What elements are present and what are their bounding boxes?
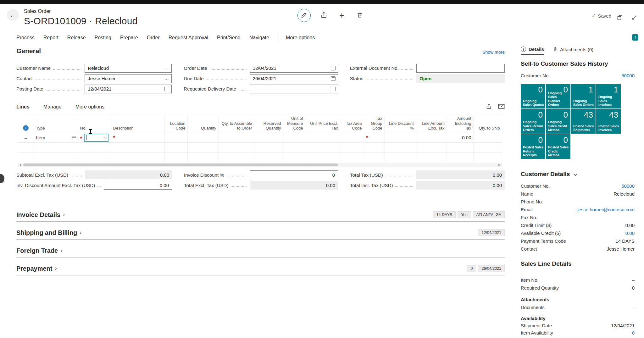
col-header-description[interactable]: Description: [111, 115, 164, 133]
tile-ongoing-sales-invoices[interactable]: 1Ongoing Sales Invoices: [596, 84, 621, 108]
calendar-icon[interactable]: [331, 66, 336, 70]
customer-name-input[interactable]: Relecloud …: [85, 64, 172, 73]
menu-item-request-approval[interactable]: Request Approval: [169, 35, 208, 41]
col-header-quantity[interactable]: Quantity: [187, 115, 218, 133]
tile-posted-sales-credit-memos[interactable]: 0Posted Sales Credit Memos: [546, 134, 570, 159]
line-cell[interactable]: [384, 133, 416, 142]
order-date-input[interactable]: 12/04/2021: [250, 64, 338, 73]
line-type-value[interactable]: Item: [36, 135, 45, 140]
tab-attachments[interactable]: Attachments (0): [553, 47, 593, 55]
col-header-tax-area-code[interactable]: Tax Area Code: [340, 115, 364, 133]
posting-date-input[interactable]: 12/04/2021: [85, 85, 172, 93]
tile-posted-sales-invoices[interactable]: 43Posted Sales Invoices: [596, 109, 621, 134]
show-more-link[interactable]: Show more: [482, 50, 505, 55]
field-value[interactable]: jesse.homer@contoso.com: [577, 207, 635, 212]
edit-button[interactable]: [297, 9, 311, 22]
menu-item-report[interactable]: Report: [43, 35, 58, 41]
line-cell[interactable]: *: [78, 133, 111, 142]
resize-icon[interactable]: [630, 13, 639, 22]
share-button[interactable]: [319, 11, 329, 20]
field-value[interactable]: 50000: [621, 183, 635, 189]
type-list-icon[interactable]: [72, 136, 76, 139]
line-cell[interactable]: [473, 133, 502, 142]
invoice-discount-pct-input[interactable]: 0: [250, 170, 338, 179]
line-cell[interactable]: [283, 133, 305, 142]
assist-edit-icon[interactable]: …: [164, 65, 169, 70]
line-cell[interactable]: [305, 133, 340, 142]
scroll-left-icon[interactable]: ◀: [18, 163, 23, 166]
tile-ongoing-sales-orders[interactable]: 1Ongoing Sales Orders: [571, 84, 596, 108]
col-header-reserved-quantity[interactable]: Reserved Quantity: [254, 115, 283, 133]
back-button[interactable]: ←: [7, 9, 19, 21]
col-header-qty-to-assemble-to-order[interactable]: Qty. to Assemble to Order: [218, 115, 254, 133]
line-cell[interactable]: Item: [34, 133, 78, 142]
scroll-right-icon[interactable]: ▶: [497, 163, 502, 166]
delete-button[interactable]: [355, 11, 364, 20]
requested-delivery-date-input[interactable]: [250, 85, 338, 93]
fasttab-prepayment[interactable]: Prepayment›026/04/2021: [16, 265, 505, 275]
tile-posted-sales-shipments[interactable]: 43Posted Sales Shipments: [571, 109, 596, 134]
menu-item-posting[interactable]: Posting: [95, 35, 111, 41]
chevron-down-icon[interactable]: [103, 136, 107, 139]
menu-item-navigate[interactable]: Navigate: [249, 35, 269, 41]
customer-no-link[interactable]: 50000: [621, 73, 635, 78]
inv-discount-amount-input[interactable]: 0.00: [104, 181, 172, 190]
fasttab-foreign-trade[interactable]: Foreign Trade›: [16, 247, 505, 258]
line-cell[interactable]: [416, 133, 447, 142]
col-header-location-code[interactable]: Location Code: [164, 115, 187, 133]
calendar-icon[interactable]: [164, 87, 169, 91]
sales-line-details-header[interactable]: Sales Line Details: [521, 260, 635, 267]
field-value[interactable]: –: [632, 305, 635, 310]
tab-lines[interactable]: Lines: [16, 104, 30, 110]
col-header-type[interactable]: Type: [34, 115, 78, 133]
tab-details[interactable]: i Details: [521, 47, 544, 55]
col-header-unit-price-excl-tax[interactable]: Unit Price Excl. Tax: [305, 115, 340, 133]
line-cell[interactable]: *: [111, 133, 164, 142]
menu-item-release[interactable]: Release: [67, 35, 86, 41]
external-document-no-input[interactable]: [416, 64, 505, 73]
line-cell[interactable]: *: [364, 133, 384, 142]
col-header-line-amount-excl-tax[interactable]: Line Amount Excl. Tax: [416, 115, 447, 133]
menu-item-prepare[interactable]: Prepare: [120, 35, 138, 41]
tile-ongoing-sales-blanket-orders[interactable]: 0Ongoing Sales Blanket Orders: [546, 84, 570, 108]
tile-posted-sales-return-receipts[interactable]: 0Posted Sales Return Receipts: [521, 134, 545, 159]
scrollbar-thumb[interactable]: [23, 163, 338, 166]
popout-icon[interactable]: [615, 13, 625, 22]
tile-ongoing-sales-credit-memos[interactable]: 0Ongoing Sales Credit Memos: [546, 109, 570, 134]
col-header-line-discount[interactable]: Line Discount %: [384, 115, 416, 133]
mail-icon[interactable]: [498, 104, 505, 110]
menu-item-process[interactable]: Process: [16, 35, 35, 41]
line-cell[interactable]: [254, 133, 283, 142]
menu-item-print-send[interactable]: Print/Send: [217, 35, 241, 41]
new-button[interactable]: +: [337, 11, 347, 20]
due-date-input[interactable]: 26/04/2021: [250, 74, 338, 83]
col-header-unit-of-measure-code[interactable]: Unit of Measure Code: [283, 115, 305, 133]
line-cell[interactable]: [218, 133, 254, 142]
select-column-header[interactable]: ✓: [18, 115, 34, 133]
calendar-icon[interactable]: [331, 87, 336, 91]
tab-manage[interactable]: Manage: [43, 104, 62, 110]
menu-more-options[interactable]: More options: [286, 35, 315, 41]
tab-lines-more-options[interactable]: More options: [75, 104, 105, 110]
col-header-amount-including-tax[interactable]: Amount Including Tax: [447, 115, 473, 133]
fasttab-invoice-details[interactable]: Invoice Details›14 DAYSYesATLANTA, GA: [16, 211, 505, 222]
col-header-qty-to-ship[interactable]: Qty. to Ship: [473, 115, 502, 133]
assist-edit-icon[interactable]: …: [164, 75, 169, 80]
line-cell[interactable]: [164, 133, 187, 142]
line-cell[interactable]: →: [18, 133, 34, 142]
lines-horizontal-scrollbar[interactable]: ◀ ▶: [18, 163, 502, 167]
line-cell[interactable]: 0.00: [447, 133, 473, 142]
customer-details-header[interactable]: Customer Details: [521, 171, 635, 178]
calendar-icon[interactable]: [331, 76, 336, 81]
notification-icon[interactable]: !: [632, 34, 638, 41]
share-lines-icon[interactable]: [486, 103, 492, 111]
col-header-no[interactable]: No.: [78, 115, 111, 133]
tile-ongoing-sales-return-orders[interactable]: 0Ongoing Sales Return Orders: [521, 109, 545, 134]
menu-item-order[interactable]: Order: [147, 35, 160, 41]
field-value[interactable]: 0: [632, 330, 635, 335]
contact-input[interactable]: Jesse Homer …: [85, 74, 172, 83]
line-no-input[interactable]: [84, 134, 108, 142]
col-header-tax-group-code[interactable]: Tax Group Code: [364, 115, 384, 133]
fasttab-shipping-and-billing[interactable]: Shipping and Billing›12/04/2021: [16, 229, 505, 240]
field-value[interactable]: 0.00: [625, 230, 635, 236]
